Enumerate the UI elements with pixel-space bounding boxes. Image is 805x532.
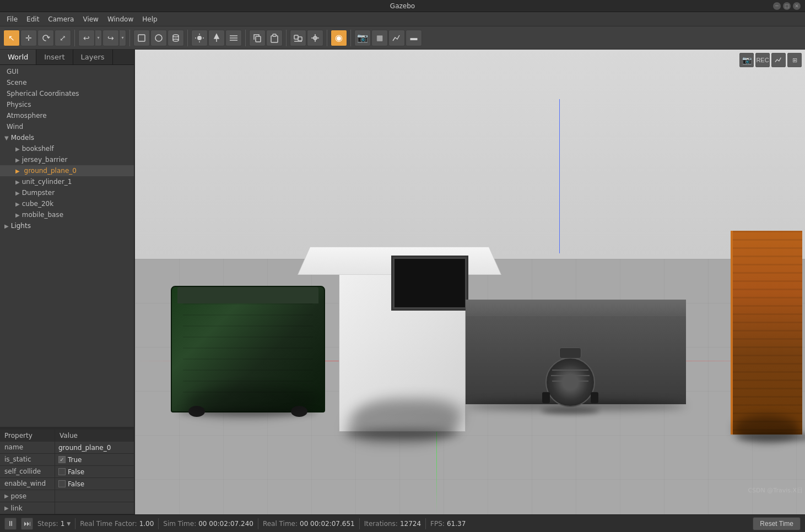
copy-btn[interactable] (249, 30, 266, 46)
toolbar: ↖ ✛ ⤢ ↩ ▾ ↪ ▾ (0, 26, 805, 50)
tree-item-physics[interactable]: Physics (0, 99, 134, 110)
prop-pose-value (55, 490, 134, 502)
tree-section-lights[interactable]: ▶ Lights (0, 220, 134, 231)
steps-label: Steps: (37, 520, 58, 528)
tree-item-wind[interactable]: Wind (0, 121, 134, 132)
redo-drop[interactable]: ▾ (120, 30, 126, 46)
scale-tool-btn[interactable]: ⤢ (55, 30, 71, 46)
redo-btn[interactable]: ↪ (102, 30, 119, 46)
point-light-btn[interactable] (191, 30, 208, 46)
prop-self-collide-checkbox[interactable] (58, 468, 66, 475)
scene-pillar[interactable] (731, 231, 802, 435)
real-time-item: Real Time: 00 00:02:07.651 (263, 520, 355, 528)
rotate-tool-btn[interactable] (37, 30, 54, 46)
reset-time-btn[interactable]: Reset Time (753, 517, 801, 530)
translate-tool-btn[interactable]: ✛ (20, 30, 37, 46)
tree-item-mobile-base[interactable]: ▶mobile_base (0, 209, 134, 220)
prop-row-self-collide: self_collide False (0, 466, 134, 478)
steps-dropdown-arrow[interactable]: ▼ (67, 521, 71, 526)
snap-btn[interactable] (307, 30, 323, 46)
robot-shadow (541, 408, 599, 414)
tree-item-scene[interactable]: Scene (0, 77, 134, 88)
minimize-btn[interactable]: ─ (773, 2, 781, 10)
screenshot-vp-btn[interactable]: 📷 (739, 53, 754, 67)
svg-rect-0 (138, 35, 145, 41)
record-btn[interactable]: ▦ (371, 30, 388, 46)
tree-item-gui[interactable]: GUI (0, 66, 134, 77)
tree-item-bookshelf[interactable]: ▶bookshelf (0, 143, 134, 154)
plot-vp-btn[interactable] (771, 53, 786, 67)
align-btn[interactable] (290, 30, 306, 46)
menu-help[interactable]: Help (138, 14, 161, 24)
scene-monitor[interactable] (391, 256, 468, 311)
tree-section-models[interactable]: ▼ Models (0, 132, 134, 143)
rtf-item: Real Time Factor: 1.00 (80, 520, 154, 528)
prop-is-static-value[interactable]: ✓ True (55, 454, 134, 465)
menu-file[interactable]: File (2, 14, 22, 24)
undo-btn[interactable]: ↩ (78, 30, 95, 46)
select-tool-btn[interactable]: ↖ (3, 30, 20, 46)
iterations-label: Iterations: (364, 520, 398, 528)
tree-item-unit-cylinder[interactable]: ▶unit_cylinder_1 (0, 176, 134, 187)
tree-item-atmosphere[interactable]: Atmosphere (0, 110, 134, 121)
menu-window[interactable]: Window (103, 14, 138, 24)
view3-btn[interactable]: ▬ (406, 30, 422, 46)
prop-row-pose[interactable]: ▶ pose (0, 490, 134, 502)
models-expand-arrow: ▼ (4, 135, 9, 141)
window-controls[interactable]: ─ □ ✕ (773, 2, 801, 10)
menu-camera[interactable]: Camera (44, 14, 78, 24)
fps-item: FPS: 61.37 (430, 520, 466, 528)
tree-item-cube[interactable]: ▶cube_20k (0, 198, 134, 209)
prop-row-enable-wind: enable_wind False (0, 478, 134, 490)
prop-pose-label: ▶ pose (0, 490, 55, 502)
scene-robot[interactable] (545, 357, 595, 407)
svg-marker-11 (214, 34, 219, 39)
cylinder-tool-btn[interactable] (168, 30, 184, 46)
prop-link-label: ▶ link (0, 502, 55, 514)
svg-point-2 (173, 35, 179, 37)
robot-wheel-left (542, 392, 550, 403)
properties-panel: Property Value name ground_plane_0 is_st… (0, 429, 134, 514)
tree-item-dumpster[interactable]: ▶Dumpster (0, 187, 134, 198)
spot-light-btn[interactable] (208, 30, 225, 46)
statusbar: ⏸ ⏭ Steps: 1 ▼ Real Time Factor: 1.00 Si… (0, 514, 805, 532)
prop-self-collide-value[interactable]: False (55, 466, 134, 477)
undo-drop[interactable]: ▾ (95, 30, 102, 46)
step-btn[interactable]: ⏭ (21, 518, 33, 530)
svg-rect-20 (298, 37, 302, 41)
svg-point-1 (155, 35, 162, 41)
active-indicator-btn[interactable]: ◉ (331, 30, 347, 46)
align-snap-group (290, 30, 323, 46)
screenshot-btn[interactable]: 📷 (354, 30, 371, 46)
record-vp-btn[interactable]: REC (755, 53, 770, 67)
prop-is-static-checkbox[interactable]: ✓ (58, 456, 66, 463)
status-sep-3 (258, 518, 258, 529)
maximize-btn[interactable]: □ (783, 2, 791, 10)
menu-view[interactable]: View (78, 14, 102, 24)
shape-tools (133, 30, 184, 46)
tab-world[interactable]: World (0, 50, 36, 64)
prop-name-value[interactable]: ground_plane_0 (55, 442, 134, 453)
jersey-arrow: ▶ (15, 157, 20, 163)
close-btn[interactable]: ✕ (793, 2, 801, 10)
prop-enable-wind-value[interactable]: False (55, 478, 134, 490)
tree-item-ground-plane[interactable]: ▶ ground_plane_0 (0, 165, 134, 176)
world-tabs: World Insert Layers (0, 50, 134, 65)
box-tool-btn[interactable] (133, 30, 150, 46)
tab-insert[interactable]: Insert (36, 50, 73, 64)
tab-layers[interactable]: Layers (73, 50, 113, 64)
menu-edit[interactable]: Edit (22, 14, 44, 24)
sphere-tool-btn[interactable] (150, 30, 167, 46)
view-vp-btn[interactable]: ⊞ (787, 53, 802, 67)
paste-btn[interactable] (266, 30, 283, 46)
prop-enable-wind-checkbox[interactable] (58, 480, 66, 487)
tree-item-spherical[interactable]: Spherical Coordinates (0, 88, 134, 99)
dir-light-btn[interactable] (225, 30, 242, 46)
viewport[interactable]: 📷 REC ⊞ CSDN @Travis.X日 (135, 50, 805, 514)
plot-btn[interactable] (388, 30, 405, 46)
tree-item-jersey-barrier[interactable]: ▶jersey_barrier (0, 154, 134, 165)
left-panel: World Insert Layers GUI Scene Spherical … (0, 50, 135, 514)
svg-rect-19 (294, 35, 298, 39)
pause-btn[interactable]: ⏸ (4, 518, 17, 530)
prop-row-link[interactable]: ▶ link (0, 502, 134, 514)
